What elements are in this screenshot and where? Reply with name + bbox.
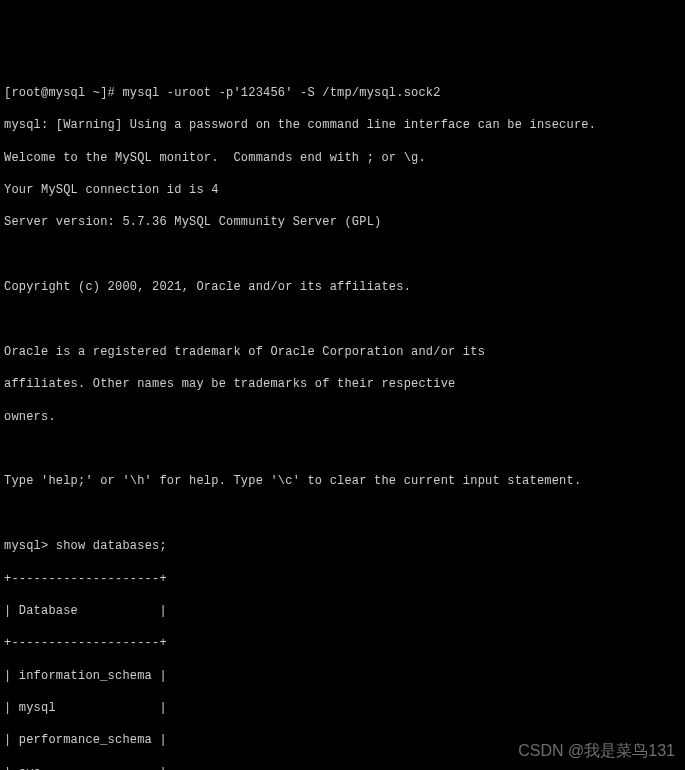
table-row: | performance_schema | <box>4 732 681 748</box>
table-border: +--------------------+ <box>4 635 681 651</box>
table-row: | mysql | <box>4 700 681 716</box>
mysql-warning: mysql: [Warning] Using a password on the… <box>4 117 681 133</box>
shell-prompt: [root@mysql ~]# <box>4 86 122 100</box>
mysql-command: show databases; <box>56 539 167 553</box>
terminal-output[interactable]: [root@mysql ~]# mysql -uroot -p'123456' … <box>4 69 681 770</box>
table-header: | Database | <box>4 603 681 619</box>
mysql-trademark: owners. <box>4 409 681 425</box>
table-row: | sys | <box>4 765 681 770</box>
mysql-copyright: Copyright (c) 2000, 2021, Oracle and/or … <box>4 279 681 295</box>
mysql-help: Type 'help;' or '\h' for help. Type '\c'… <box>4 473 681 489</box>
mysql-connection-id: Your MySQL connection id is 4 <box>4 182 681 198</box>
table-border: +--------------------+ <box>4 571 681 587</box>
mysql-trademark: Oracle is a registered trademark of Orac… <box>4 344 681 360</box>
mysql-welcome: Welcome to the MySQL monitor. Commands e… <box>4 150 681 166</box>
mysql-version: Server version: 5.7.36 MySQL Community S… <box>4 214 681 230</box>
mysql-prompt: mysql> <box>4 539 56 553</box>
command-text: mysql -uroot -p'123456' -S /tmp/mysql.so… <box>122 86 440 100</box>
mysql-trademark: affiliates. Other names may be trademark… <box>4 376 681 392</box>
table-row: | information_schema | <box>4 668 681 684</box>
